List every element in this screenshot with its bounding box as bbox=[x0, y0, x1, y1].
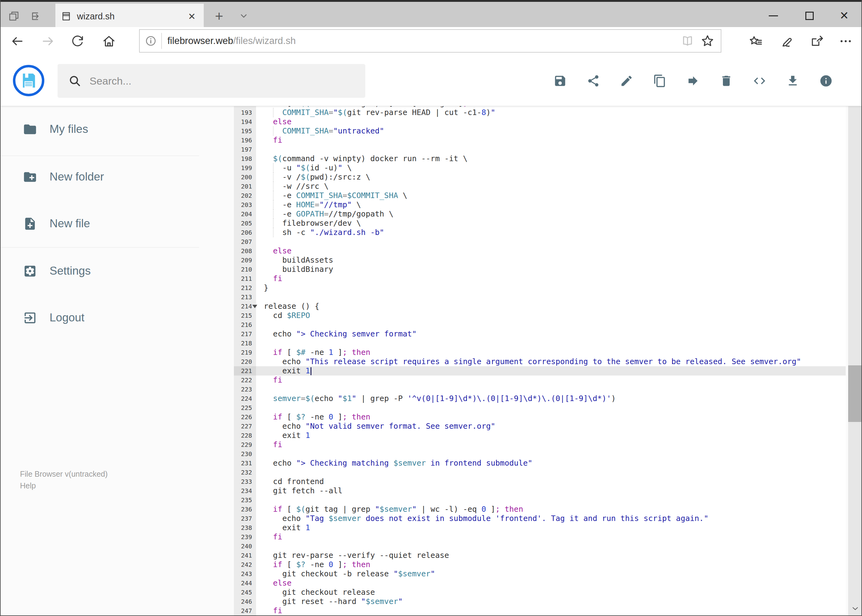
set-tabs-aside-button[interactable] bbox=[28, 9, 46, 24]
code-line-198[interactable]: 198 $(command -v winpty) docker run --rm… bbox=[234, 154, 846, 163]
code-line-246[interactable]: 246 git reset --hard "$semver" bbox=[234, 597, 846, 606]
window-close-button[interactable]: ✕ bbox=[830, 6, 858, 25]
code-line-241[interactable]: 241 git rev-parse --verify --quiet relea… bbox=[234, 551, 846, 560]
code-line-199[interactable]: 199 -u "$(id -u)" \ bbox=[234, 163, 846, 173]
code-line-222[interactable]: 222 fi bbox=[234, 376, 846, 385]
filebrowser-logo[interactable] bbox=[13, 65, 44, 96]
code-line-204[interactable]: 204 -e GOPATH=//tmp/gopath \ bbox=[234, 209, 846, 218]
code-line-233[interactable]: 233 cd frontend bbox=[234, 477, 846, 486]
home-button[interactable] bbox=[99, 31, 119, 51]
annotate-button[interactable] bbox=[777, 31, 796, 51]
code-line-212[interactable]: 212} bbox=[234, 283, 846, 292]
code-line-195[interactable]: 195 COMMIT_SHA="untracked" bbox=[234, 126, 846, 136]
code-button[interactable] bbox=[753, 74, 766, 88]
window-minimize-button[interactable] bbox=[760, 6, 787, 25]
new-tab-button[interactable]: + bbox=[211, 9, 228, 24]
code-line-213[interactable]: 213 bbox=[234, 292, 846, 302]
save-button[interactable] bbox=[553, 74, 567, 88]
code-line-239[interactable]: 239 fi bbox=[234, 532, 846, 542]
code-line-200[interactable]: 200 -v /$(pwd):/src:z \ bbox=[234, 173, 846, 182]
code-line-211[interactable]: 211 fi bbox=[234, 274, 846, 283]
reading-view-icon[interactable] bbox=[681, 34, 694, 48]
scrollbar-thumb[interactable] bbox=[848, 365, 862, 422]
code-line-230[interactable]: 230 bbox=[234, 449, 846, 459]
code-line-232[interactable]: 232 bbox=[234, 468, 846, 477]
search-box[interactable] bbox=[58, 64, 365, 98]
hub-favorites-button[interactable] bbox=[746, 31, 766, 51]
code-line-238[interactable]: 238 exit 1 bbox=[234, 523, 846, 532]
code-line-223[interactable]: 223 bbox=[234, 385, 846, 394]
code-line-240[interactable]: 240 bbox=[234, 542, 846, 551]
code-line-226[interactable]: 226 if [ $? -ne 0 ]; then bbox=[234, 412, 846, 422]
sidebar-item-new-file[interactable]: New file bbox=[1, 209, 199, 238]
code-line-221[interactable]: 221 exit 1 bbox=[234, 366, 846, 376]
code-line-243[interactable]: 243 git checkout -b release "$semver" bbox=[234, 569, 846, 578]
code-line-234[interactable]: 234 git fetch --all bbox=[234, 486, 846, 495]
code-line-197[interactable]: 197 bbox=[234, 145, 846, 154]
code-line-193[interactable]: 193 COMMIT_SHA="$(git rev-parse HEAD | c… bbox=[234, 108, 846, 117]
tab-close-button[interactable]: ✕ bbox=[186, 11, 198, 22]
refresh-button[interactable] bbox=[68, 31, 87, 51]
tab-list-chevron-button[interactable] bbox=[235, 9, 252, 24]
sidebar-item-my-files[interactable]: My files bbox=[1, 115, 199, 143]
code-line-209[interactable]: 209 buildAssets bbox=[234, 256, 846, 265]
code-line-203[interactable]: 203 -e HOME="//tmp" \ bbox=[234, 200, 846, 209]
code-line-245[interactable]: 245 git checkout release bbox=[234, 588, 846, 597]
code-line-217[interactable]: 217 echo "> Checking semver format" bbox=[234, 329, 846, 339]
copy-button[interactable] bbox=[653, 74, 667, 88]
code-line-227[interactable]: 227 echo "Not valid semver format. See s… bbox=[234, 422, 846, 431]
share-button[interactable] bbox=[807, 31, 827, 51]
site-info-icon[interactable] bbox=[145, 35, 157, 47]
code-line-247[interactable]: 247 fi bbox=[234, 606, 846, 615]
code-line-216[interactable]: 216 bbox=[234, 320, 846, 329]
delete-button[interactable] bbox=[720, 74, 733, 88]
code-line-244[interactable]: 244 else bbox=[234, 578, 846, 588]
more-actions-button[interactable] bbox=[836, 31, 856, 51]
browser-tab[interactable]: wizard.sh ✕ bbox=[55, 4, 204, 29]
code-line-218[interactable]: 218 bbox=[234, 339, 846, 348]
code-line-224[interactable]: 224 semver=$(echo "$1" | grep -P '^v(0|[… bbox=[234, 394, 846, 403]
forward-button[interactable] bbox=[38, 31, 58, 51]
info-button[interactable] bbox=[819, 74, 833, 88]
page-scrollbar[interactable] bbox=[848, 56, 862, 615]
share-button[interactable] bbox=[586, 74, 600, 88]
sidebar-item-new-folder[interactable]: New folder bbox=[1, 163, 199, 191]
code-line-208[interactable]: 208 else bbox=[234, 246, 846, 256]
code-line-242[interactable]: 242 if [ $? -ne 0 ]; then bbox=[234, 560, 846, 569]
code-line-235[interactable]: 235 bbox=[234, 495, 846, 504]
address-bar[interactable]: filebrowser.web/files/wizard.sh bbox=[139, 29, 721, 53]
code-line-228[interactable]: 228 exit 1 bbox=[234, 431, 846, 440]
code-line-215[interactable]: 215 cd $REPO bbox=[234, 311, 846, 320]
code-line-194[interactable]: 194 else bbox=[234, 117, 846, 126]
sidebar-item-logout[interactable]: Logout bbox=[1, 303, 199, 332]
code-line-220[interactable]: 220 echo "This release script requires a… bbox=[234, 357, 846, 366]
move-button[interactable] bbox=[686, 74, 700, 88]
code-line-210[interactable]: 210 buildBinary bbox=[234, 265, 846, 274]
window-maximize-button[interactable] bbox=[796, 6, 823, 25]
code-line-229[interactable]: 229 fi bbox=[234, 440, 846, 449]
code-line-207[interactable]: 207 bbox=[234, 237, 846, 246]
url-text[interactable]: filebrowser.web/files/wizard.sh bbox=[167, 35, 681, 46]
code-editor[interactable]: 192 if [ "$(command -v git)" ] && [ -d .… bbox=[234, 106, 846, 615]
tab-preview-button[interactable] bbox=[5, 9, 23, 24]
code-line-214[interactable]: 214release () { bbox=[234, 302, 846, 311]
scroll-down-button[interactable] bbox=[848, 601, 862, 615]
favorite-star-icon[interactable] bbox=[700, 34, 715, 48]
code-line-201[interactable]: 201 -w //src \ bbox=[234, 182, 846, 191]
code-line-219[interactable]: 219 if [ $# -ne 1 ]; then bbox=[234, 348, 846, 357]
code-line-205[interactable]: 205 filebrowser/dev \ bbox=[234, 218, 846, 228]
code-line-202[interactable]: 202 -e COMMIT_SHA=$COMMIT_SHA \ bbox=[234, 191, 846, 200]
code-line-236[interactable]: 236 if [ $(git tag | grep "$semver" | wc… bbox=[234, 504, 846, 514]
code-line-206[interactable]: 206 sh -c "./wizard.sh -b" bbox=[234, 228, 846, 237]
download-button[interactable] bbox=[786, 74, 799, 88]
rename-button[interactable] bbox=[620, 74, 633, 88]
fold-arrow-icon[interactable] bbox=[252, 305, 257, 308]
code-line-231[interactable]: 231 echo "> Checking matching $semver in… bbox=[234, 459, 846, 468]
code-line-225[interactable]: 225 bbox=[234, 403, 846, 412]
code-line-196[interactable]: 196 fi bbox=[234, 136, 846, 145]
search-input[interactable] bbox=[90, 75, 336, 87]
sidebar-item-settings[interactable]: Settings bbox=[1, 257, 199, 285]
help-link[interactable]: Help bbox=[20, 481, 36, 490]
code-line-237[interactable]: 237 echo "Tag $semver does not exist in … bbox=[234, 514, 846, 523]
back-button[interactable] bbox=[7, 31, 27, 51]
